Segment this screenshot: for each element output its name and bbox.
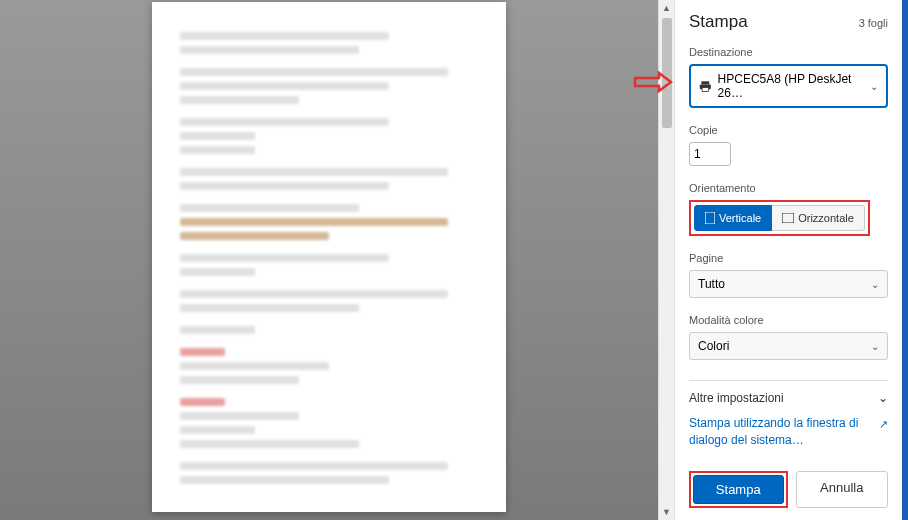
print-button-highlight: Stampa [689,471,788,508]
orientation-horizontal-button[interactable]: Orizzontale [772,205,865,231]
orientation-group: Verticale Orizzontale [689,200,870,236]
more-settings-toggle[interactable]: Altre impostazioni ⌄ [689,391,888,405]
print-button[interactable]: Stampa [693,475,784,504]
orientation-vertical-button[interactable]: Verticale [694,205,772,231]
cancel-button[interactable]: Annulla [796,471,889,508]
landscape-icon [782,213,794,223]
svg-rect-2 [702,88,708,92]
orientation-label: Orientamento [689,182,888,194]
svg-rect-0 [701,81,709,84]
window-edge [902,0,908,520]
copies-input[interactable] [689,142,731,166]
svg-rect-3 [705,212,715,224]
panel-title: Stampa [689,12,748,32]
svg-rect-4 [782,213,794,223]
destination-select[interactable]: HPCEC5A8 (HP DeskJet 26… ⌄ [689,64,888,108]
portrait-icon [705,212,715,224]
color-mode-label: Modalità colore [689,314,888,326]
color-mode-select[interactable]: Colori ⌄ [689,332,888,360]
print-settings-panel: Stampa 3 fogli Destinazione HPCEC5A8 (HP… [674,0,902,520]
pages-label: Pagine [689,252,888,264]
chevron-down-icon: ⌄ [878,391,888,405]
chevron-down-icon: ⌄ [870,81,878,92]
external-link-icon: ↗ [879,417,888,432]
color-mode-value: Colori [698,339,729,353]
scroll-down-icon[interactable]: ▼ [659,504,675,520]
preview-page [152,2,506,512]
printer-icon [699,79,712,93]
print-preview-area [0,0,658,520]
destination-value: HPCEC5A8 (HP DeskJet 26… [718,72,864,100]
divider [689,380,888,381]
pages-value: Tutto [698,277,725,291]
system-dialog-link[interactable]: Stampa utilizzando la finestra di dialog… [689,415,888,449]
pages-select[interactable]: Tutto ⌄ [689,270,888,298]
chevron-down-icon: ⌄ [871,341,879,352]
chevron-down-icon: ⌄ [871,279,879,290]
preview-scrollbar[interactable]: ▲ ▼ [658,0,674,520]
scroll-up-icon[interactable]: ▲ [659,0,675,16]
destination-label: Destinazione [689,46,888,58]
sheet-count: 3 fogli [859,17,888,29]
copies-label: Copie [689,124,888,136]
scroll-thumb[interactable] [662,18,672,128]
